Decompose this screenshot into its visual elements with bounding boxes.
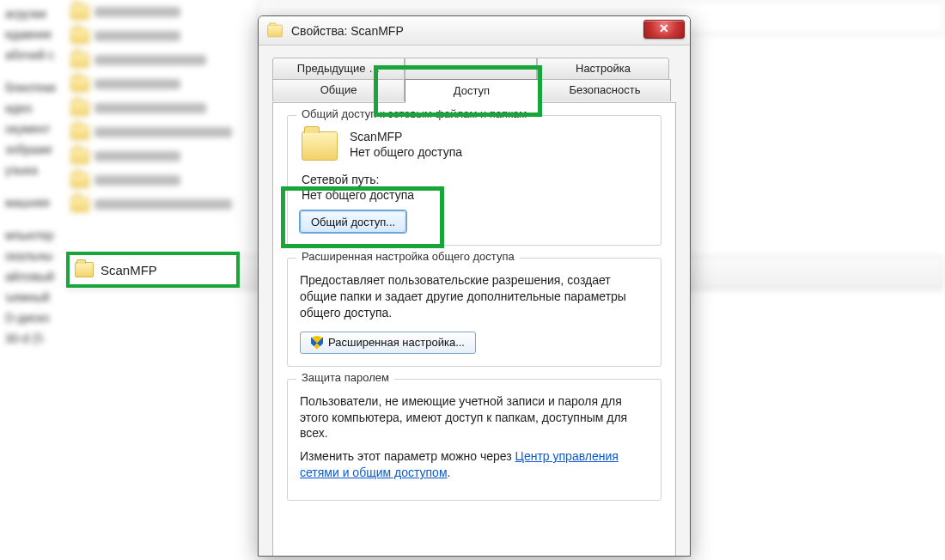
nav-item[interactable]: окумент — [2, 119, 60, 139]
nav-item[interactable]: мпьютер — [2, 225, 60, 246]
group-description: Предоставляет пользовательские разрешени… — [300, 272, 649, 321]
password-text-2: Изменить этот параметр можно через Центр… — [300, 448, 649, 481]
nav-item[interactable]: идео — [2, 98, 60, 119]
tab-blank[interactable] — [405, 58, 537, 80]
button-label: Расширенная настройка... — [328, 336, 465, 349]
nav-item[interactable]: блиотеки — [2, 77, 60, 98]
group-title: Расширенная настройка общего доступа — [296, 250, 520, 263]
tab-customize[interactable]: Настройка — [537, 58, 669, 80]
tab-content: Общий доступ к сетевым файлам и папкам S… — [272, 103, 676, 557]
shield-icon — [311, 336, 323, 350]
group-title: Общий доступ к сетевым файлам и папкам — [296, 107, 532, 120]
group-advanced-sharing: Расширенная настройка общего доступа Пре… — [287, 258, 662, 367]
tab-security[interactable]: Безопасность — [539, 79, 671, 101]
folder-icon — [302, 131, 338, 161]
close-icon: ✕ — [659, 21, 669, 35]
nav-item[interactable]: машняя — [2, 192, 60, 213]
properties-dialog: Свойства: ScanMFP ✕ Предыдущие … Настрой… — [258, 15, 691, 557]
tab-strip: Предыдущие … Настройка Общие Доступ Безо… — [272, 58, 676, 103]
nav-item[interactable]: узыка — [2, 160, 60, 180]
nav-item[interactable]: D-диско — [2, 307, 60, 328]
share-status: Нет общего доступа — [350, 145, 462, 159]
network-path-value: Нет общего доступа — [302, 188, 649, 202]
tab-previous-versions[interactable]: Предыдущие … — [272, 58, 405, 80]
tab-sharing[interactable]: Доступ — [405, 79, 539, 103]
nav-sidebar: агрузки едавние абочий с блиотеки идео о… — [0, 0, 62, 560]
folder-icon — [75, 262, 94, 277]
password-text-1: Пользователи, не имеющие учетной записи … — [300, 393, 649, 442]
window-title: Свойства: ScanMFP — [291, 24, 404, 38]
button-label: Общий доступ... — [311, 216, 395, 228]
group-password-protection: Защита паролем Пользователи, не имеющие … — [287, 379, 662, 501]
nav-item[interactable]: абочий с — [2, 45, 60, 65]
group-title: Защита паролем — [296, 371, 394, 384]
share-folder-name: ScanMFP — [350, 130, 462, 143]
nav-item[interactable]: ъемный — [2, 287, 60, 307]
tab-general[interactable]: Общие — [272, 79, 405, 101]
folder-label: ScanMFP — [101, 263, 157, 277]
network-path-label: Сетевой путь: — [302, 173, 649, 186]
nav-item[interactable]: 30-d (\\ — [2, 328, 60, 349]
group-network-sharing: Общий доступ к сетевым файлам и папкам S… — [287, 115, 662, 246]
nav-item[interactable]: окальны — [2, 246, 60, 266]
titlebar[interactable]: Свойства: ScanMFP ✕ — [259, 16, 690, 46]
share-button[interactable]: Общий доступ... — [300, 210, 406, 233]
advanced-sharing-button[interactable]: Расширенная настройка... — [300, 332, 476, 354]
folder-list — [69, 0, 258, 216]
nav-item[interactable]: айловый — [2, 266, 60, 287]
folder-icon — [267, 24, 283, 36]
nav-item[interactable]: зображе — [2, 139, 60, 160]
nav-item[interactable]: агрузки — [2, 3, 60, 24]
close-button[interactable]: ✕ — [643, 20, 685, 39]
nav-item[interactable]: едавние — [2, 24, 60, 45]
folder-scanmfp[interactable]: ScanMFP — [66, 252, 240, 288]
